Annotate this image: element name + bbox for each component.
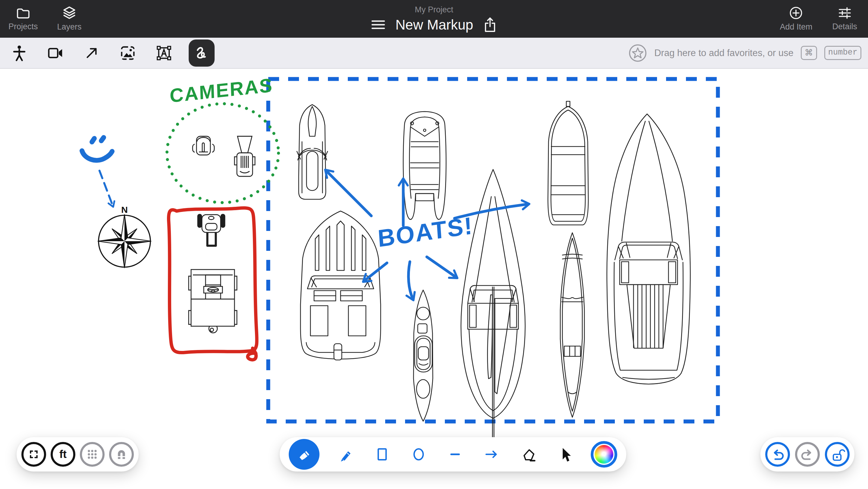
markup-canvas[interactable]: N (0, 0, 868, 489)
history-controls-pill (761, 437, 855, 471)
redo-button[interactable] (795, 442, 820, 467)
arrow-icon (484, 447, 499, 462)
camera-projector[interactable] (235, 136, 255, 176)
select-cursor-tool[interactable] (554, 441, 575, 468)
line-tool[interactable] (444, 441, 466, 468)
draw-tools-pill (280, 437, 626, 471)
color-wheel-button[interactable] (591, 441, 617, 467)
jet-ski[interactable] (297, 104, 328, 199)
grid-button[interactable] (80, 442, 104, 467)
redo-icon (800, 447, 815, 462)
rectangle-icon (374, 447, 390, 462)
smiley-face[interactable] (82, 137, 112, 160)
camera-dome[interactable] (193, 136, 214, 155)
lock-button[interactable] (825, 442, 849, 467)
dashed-arrow[interactable] (99, 171, 113, 206)
view-controls-pill: ft (17, 437, 138, 471)
canoe[interactable] (560, 233, 584, 417)
motor-yacht[interactable] (607, 114, 690, 384)
snap-magnet-button[interactable] (109, 442, 134, 467)
eraser-icon (521, 447, 536, 462)
compass-rose[interactable]: N (98, 205, 151, 268)
ellipse-tool[interactable] (408, 441, 429, 468)
inflatable-dinghy[interactable] (403, 112, 446, 219)
eraser-tool[interactable] (518, 441, 539, 468)
compass-north-label: N (121, 205, 128, 215)
kayak[interactable] (413, 290, 433, 421)
unit-feet-label: ft (59, 449, 67, 460)
marker-tool-selected[interactable] (289, 439, 319, 470)
unit-feet-button[interactable]: ft (51, 442, 75, 467)
green-dotted-circle[interactable] (167, 104, 278, 203)
line-icon (447, 447, 463, 462)
undo-button[interactable] (765, 442, 790, 467)
undo-icon (770, 447, 785, 462)
magnet-icon (115, 448, 128, 461)
speedboat[interactable] (301, 211, 381, 360)
cursor-icon (557, 447, 572, 462)
ellipse-icon (411, 447, 427, 462)
utility-cart[interactable] (189, 270, 237, 333)
pen-icon (338, 447, 353, 462)
hand-truck[interactable] (198, 214, 225, 246)
rowboat[interactable] (548, 101, 588, 225)
rectangle-tool[interactable] (372, 441, 393, 468)
fit-screen-icon (27, 448, 41, 461)
arrow-tool[interactable] (481, 441, 502, 468)
color-wheel-icon (595, 445, 613, 464)
pen-tool[interactable] (335, 441, 356, 468)
fit-screen-button[interactable] (22, 442, 46, 467)
marker-icon (296, 447, 312, 462)
grid-dots-icon (86, 448, 99, 461)
app-window: Projects Layers My Project (0, 0, 868, 489)
unlock-icon (830, 447, 845, 462)
